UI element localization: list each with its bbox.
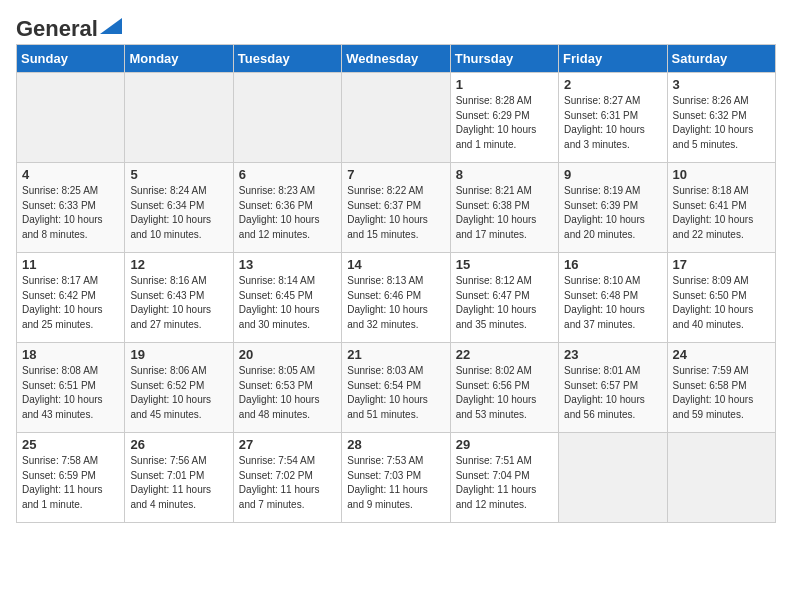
calendar-cell: 18Sunrise: 8:08 AM Sunset: 6:51 PM Dayli…: [17, 343, 125, 433]
calendar-table: SundayMondayTuesdayWednesdayThursdayFrid…: [16, 44, 776, 523]
calendar-cell: 4Sunrise: 8:25 AM Sunset: 6:33 PM Daylig…: [17, 163, 125, 253]
calendar-cell: 5Sunrise: 8:24 AM Sunset: 6:34 PM Daylig…: [125, 163, 233, 253]
calendar-cell: [17, 73, 125, 163]
calendar-cell: 11Sunrise: 8:17 AM Sunset: 6:42 PM Dayli…: [17, 253, 125, 343]
day-number: 9: [564, 167, 661, 182]
day-info: Sunrise: 8:18 AM Sunset: 6:41 PM Dayligh…: [673, 184, 770, 242]
day-info: Sunrise: 8:02 AM Sunset: 6:56 PM Dayligh…: [456, 364, 553, 422]
weekday-header-tuesday: Tuesday: [233, 45, 341, 73]
day-number: 26: [130, 437, 227, 452]
day-number: 14: [347, 257, 444, 272]
calendar-cell: 22Sunrise: 8:02 AM Sunset: 6:56 PM Dayli…: [450, 343, 558, 433]
calendar-cell: 16Sunrise: 8:10 AM Sunset: 6:48 PM Dayli…: [559, 253, 667, 343]
day-number: 25: [22, 437, 119, 452]
day-number: 10: [673, 167, 770, 182]
day-number: 1: [456, 77, 553, 92]
day-info: Sunrise: 8:23 AM Sunset: 6:36 PM Dayligh…: [239, 184, 336, 242]
calendar-cell: [342, 73, 450, 163]
calendar-cell: 14Sunrise: 8:13 AM Sunset: 6:46 PM Dayli…: [342, 253, 450, 343]
day-number: 27: [239, 437, 336, 452]
day-info: Sunrise: 8:21 AM Sunset: 6:38 PM Dayligh…: [456, 184, 553, 242]
day-number: 8: [456, 167, 553, 182]
weekday-header-monday: Monday: [125, 45, 233, 73]
weekday-header-thursday: Thursday: [450, 45, 558, 73]
day-number: 5: [130, 167, 227, 182]
calendar-cell: [559, 433, 667, 523]
calendar-cell: 17Sunrise: 8:09 AM Sunset: 6:50 PM Dayli…: [667, 253, 775, 343]
day-number: 17: [673, 257, 770, 272]
day-number: 16: [564, 257, 661, 272]
day-info: Sunrise: 7:59 AM Sunset: 6:58 PM Dayligh…: [673, 364, 770, 422]
calendar-cell: 12Sunrise: 8:16 AM Sunset: 6:43 PM Dayli…: [125, 253, 233, 343]
day-info: Sunrise: 7:53 AM Sunset: 7:03 PM Dayligh…: [347, 454, 444, 512]
calendar-cell: [233, 73, 341, 163]
calendar-cell: 7Sunrise: 8:22 AM Sunset: 6:37 PM Daylig…: [342, 163, 450, 253]
day-number: 7: [347, 167, 444, 182]
day-info: Sunrise: 8:19 AM Sunset: 6:39 PM Dayligh…: [564, 184, 661, 242]
day-info: Sunrise: 8:05 AM Sunset: 6:53 PM Dayligh…: [239, 364, 336, 422]
day-number: 2: [564, 77, 661, 92]
day-number: 28: [347, 437, 444, 452]
day-number: 19: [130, 347, 227, 362]
calendar-cell: 6Sunrise: 8:23 AM Sunset: 6:36 PM Daylig…: [233, 163, 341, 253]
day-number: 24: [673, 347, 770, 362]
day-info: Sunrise: 8:01 AM Sunset: 6:57 PM Dayligh…: [564, 364, 661, 422]
day-info: Sunrise: 8:24 AM Sunset: 6:34 PM Dayligh…: [130, 184, 227, 242]
logo-general: General: [16, 16, 98, 42]
calendar-cell: 24Sunrise: 7:59 AM Sunset: 6:58 PM Dayli…: [667, 343, 775, 433]
day-info: Sunrise: 8:06 AM Sunset: 6:52 PM Dayligh…: [130, 364, 227, 422]
calendar-cell: 26Sunrise: 7:56 AM Sunset: 7:01 PM Dayli…: [125, 433, 233, 523]
day-info: Sunrise: 8:22 AM Sunset: 6:37 PM Dayligh…: [347, 184, 444, 242]
day-number: 3: [673, 77, 770, 92]
day-info: Sunrise: 8:09 AM Sunset: 6:50 PM Dayligh…: [673, 274, 770, 332]
weekday-header-sunday: Sunday: [17, 45, 125, 73]
svg-marker-0: [100, 18, 122, 34]
day-info: Sunrise: 7:56 AM Sunset: 7:01 PM Dayligh…: [130, 454, 227, 512]
logo: General: [16, 16, 122, 36]
day-info: Sunrise: 8:14 AM Sunset: 6:45 PM Dayligh…: [239, 274, 336, 332]
day-number: 18: [22, 347, 119, 362]
day-number: 20: [239, 347, 336, 362]
calendar-cell: [125, 73, 233, 163]
day-info: Sunrise: 8:26 AM Sunset: 6:32 PM Dayligh…: [673, 94, 770, 152]
calendar-cell: 10Sunrise: 8:18 AM Sunset: 6:41 PM Dayli…: [667, 163, 775, 253]
day-number: 13: [239, 257, 336, 272]
day-number: 4: [22, 167, 119, 182]
calendar-cell: 19Sunrise: 8:06 AM Sunset: 6:52 PM Dayli…: [125, 343, 233, 433]
calendar-cell: 1Sunrise: 8:28 AM Sunset: 6:29 PM Daylig…: [450, 73, 558, 163]
day-info: Sunrise: 7:51 AM Sunset: 7:04 PM Dayligh…: [456, 454, 553, 512]
day-info: Sunrise: 8:25 AM Sunset: 6:33 PM Dayligh…: [22, 184, 119, 242]
day-number: 22: [456, 347, 553, 362]
page-header: General: [16, 16, 776, 36]
calendar-cell: 29Sunrise: 7:51 AM Sunset: 7:04 PM Dayli…: [450, 433, 558, 523]
calendar-cell: 25Sunrise: 7:58 AM Sunset: 6:59 PM Dayli…: [17, 433, 125, 523]
day-number: 23: [564, 347, 661, 362]
calendar-cell: 23Sunrise: 8:01 AM Sunset: 6:57 PM Dayli…: [559, 343, 667, 433]
calendar-cell: 21Sunrise: 8:03 AM Sunset: 6:54 PM Dayli…: [342, 343, 450, 433]
day-info: Sunrise: 8:28 AM Sunset: 6:29 PM Dayligh…: [456, 94, 553, 152]
logo-icon: [100, 18, 122, 34]
day-info: Sunrise: 7:54 AM Sunset: 7:02 PM Dayligh…: [239, 454, 336, 512]
day-number: 6: [239, 167, 336, 182]
calendar-cell: 15Sunrise: 8:12 AM Sunset: 6:47 PM Dayli…: [450, 253, 558, 343]
day-info: Sunrise: 8:12 AM Sunset: 6:47 PM Dayligh…: [456, 274, 553, 332]
day-number: 12: [130, 257, 227, 272]
day-info: Sunrise: 8:17 AM Sunset: 6:42 PM Dayligh…: [22, 274, 119, 332]
calendar-cell: 28Sunrise: 7:53 AM Sunset: 7:03 PM Dayli…: [342, 433, 450, 523]
weekday-header-wednesday: Wednesday: [342, 45, 450, 73]
calendar-cell: [667, 433, 775, 523]
day-info: Sunrise: 8:13 AM Sunset: 6:46 PM Dayligh…: [347, 274, 444, 332]
day-number: 21: [347, 347, 444, 362]
calendar-cell: 3Sunrise: 8:26 AM Sunset: 6:32 PM Daylig…: [667, 73, 775, 163]
calendar-cell: 20Sunrise: 8:05 AM Sunset: 6:53 PM Dayli…: [233, 343, 341, 433]
day-info: Sunrise: 8:03 AM Sunset: 6:54 PM Dayligh…: [347, 364, 444, 422]
calendar-cell: 9Sunrise: 8:19 AM Sunset: 6:39 PM Daylig…: [559, 163, 667, 253]
calendar-cell: 8Sunrise: 8:21 AM Sunset: 6:38 PM Daylig…: [450, 163, 558, 253]
weekday-header-friday: Friday: [559, 45, 667, 73]
day-info: Sunrise: 8:08 AM Sunset: 6:51 PM Dayligh…: [22, 364, 119, 422]
day-number: 11: [22, 257, 119, 272]
day-info: Sunrise: 8:27 AM Sunset: 6:31 PM Dayligh…: [564, 94, 661, 152]
calendar-cell: 27Sunrise: 7:54 AM Sunset: 7:02 PM Dayli…: [233, 433, 341, 523]
calendar-cell: 2Sunrise: 8:27 AM Sunset: 6:31 PM Daylig…: [559, 73, 667, 163]
day-number: 15: [456, 257, 553, 272]
